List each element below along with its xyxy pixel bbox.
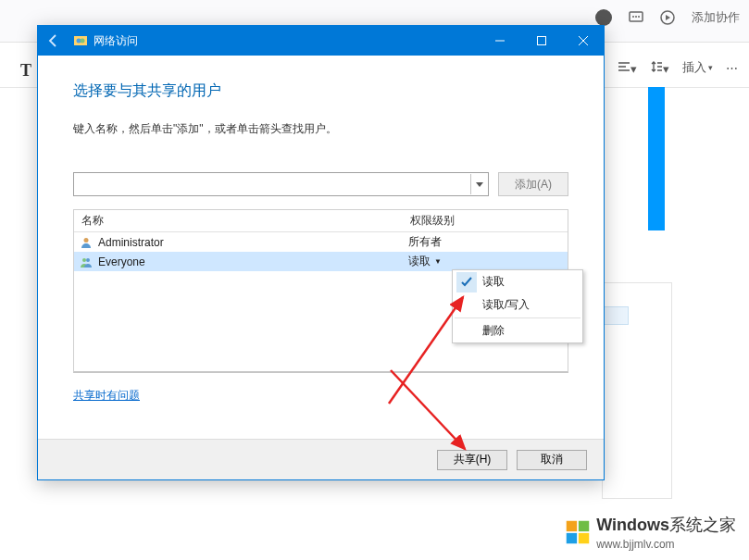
maximize-button[interactable] bbox=[520, 26, 562, 56]
user-icon bbox=[80, 236, 93, 249]
svg-rect-17 bbox=[567, 533, 577, 543]
dialog-instruction: 键入名称，然后单击"添加"，或者单击箭头查找用户。 bbox=[73, 121, 568, 137]
check-icon bbox=[456, 272, 477, 292]
name-input[interactable] bbox=[74, 174, 470, 194]
add-button[interactable]: 添加(A) bbox=[498, 172, 568, 196]
play-icon[interactable] bbox=[660, 10, 675, 25]
dialog-app-icon bbox=[73, 33, 88, 48]
dialog-title: 网络访问 bbox=[94, 33, 138, 49]
svg-rect-16 bbox=[579, 521, 589, 531]
svg-rect-18 bbox=[579, 533, 589, 543]
svg-point-11 bbox=[82, 258, 86, 262]
format-T-icon[interactable]: T bbox=[20, 61, 31, 81]
svg-point-1 bbox=[632, 16, 634, 18]
dialog-heading: 选择要与其共享的用户 bbox=[73, 81, 568, 101]
svg-rect-9 bbox=[537, 37, 545, 45]
row-level: 所有者 bbox=[408, 234, 442, 250]
share-button[interactable]: 共享(H) bbox=[437, 450, 507, 470]
name-combobox[interactable] bbox=[73, 172, 489, 196]
name-dropdown-arrow[interactable] bbox=[470, 174, 488, 194]
minimize-button[interactable] bbox=[479, 26, 520, 56]
svg-point-3 bbox=[638, 16, 640, 18]
windows-logo-icon bbox=[565, 519, 591, 545]
perm-option-remove[interactable]: 删除 bbox=[453, 319, 582, 342]
col-name[interactable]: 名称 bbox=[74, 213, 410, 229]
host-blue-accent bbox=[648, 87, 665, 230]
svg-marker-5 bbox=[666, 15, 670, 20]
host-side-panel bbox=[602, 282, 672, 499]
insert-menu[interactable]: 插入▾ bbox=[682, 59, 713, 76]
svg-rect-15 bbox=[567, 521, 577, 531]
close-button[interactable] bbox=[562, 26, 604, 56]
perm-option-read[interactable]: 读取 bbox=[453, 270, 582, 293]
svg-point-2 bbox=[635, 16, 637, 18]
row-name: Everyone bbox=[98, 255, 145, 268]
row-name: Administrator bbox=[98, 236, 164, 249]
group-icon bbox=[80, 255, 93, 268]
watermark: Windows系统之家 www.bjjmlv.com bbox=[565, 514, 736, 551]
col-permission[interactable]: 权限级别 bbox=[410, 213, 568, 229]
svg-point-10 bbox=[84, 238, 89, 243]
back-button[interactable] bbox=[38, 26, 69, 56]
align-icon[interactable]: ▾ bbox=[618, 60, 637, 76]
more-icon[interactable]: ⋯ bbox=[726, 61, 738, 75]
perm-option-readwrite[interactable]: 读取/写入 bbox=[453, 293, 582, 317]
dialog-titlebar: 网络访问 bbox=[38, 26, 604, 56]
svg-point-12 bbox=[86, 258, 90, 262]
svg-point-8 bbox=[81, 39, 85, 44]
cancel-button[interactable]: 取消 bbox=[517, 450, 587, 470]
line-spacing-icon[interactable]: ▾ bbox=[650, 60, 669, 76]
chat-icon[interactable] bbox=[629, 10, 643, 25]
table-row[interactable]: Administrator 所有者 bbox=[74, 232, 568, 252]
network-access-dialog: 网络访问 选择要与其共享的用户 键入名称，然后单击"添加"，或者单击箭头查找用户… bbox=[37, 25, 605, 480]
menu-separator bbox=[455, 317, 580, 318]
table-row[interactable]: Everyone 读取 ▼ bbox=[74, 252, 568, 271]
table-header: 名称 权限级别 bbox=[74, 210, 568, 232]
add-collab-button[interactable]: 添加协作 bbox=[692, 9, 740, 26]
permission-menu: 读取 读取/写入 删除 bbox=[452, 269, 583, 343]
avatar[interactable] bbox=[595, 9, 612, 26]
row-level: 读取 bbox=[408, 254, 431, 269]
row-level-dropdown-arrow[interactable]: ▼ bbox=[434, 257, 442, 266]
dialog-footer: 共享(H) 取消 bbox=[38, 439, 604, 479]
help-link[interactable]: 共享时有问题 bbox=[73, 388, 140, 404]
